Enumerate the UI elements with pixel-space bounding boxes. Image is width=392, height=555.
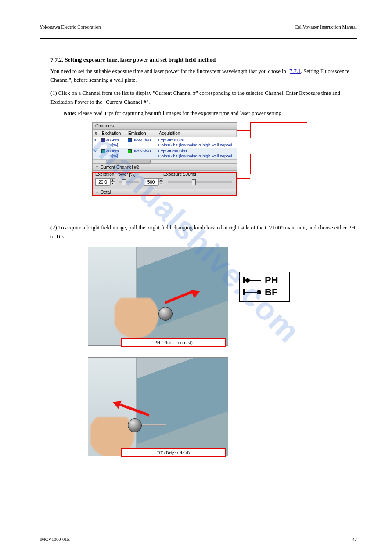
chevron-up-icon: ⌃ (95, 165, 99, 170)
header-left: Yokogawa Electric Corporation (40, 24, 101, 29)
photo-label-bf: BF (Bright field) (121, 448, 226, 457)
col-acquisition[interactable]: Acquisition (157, 130, 237, 137)
step-2-text: (2) To acquire a bright field image, pul… (50, 223, 357, 241)
channels-figure: Channels # Excitation Emission Acquisiti… (40, 122, 357, 214)
current-channel-bar[interactable]: ⌃Current Channel #2 (93, 163, 237, 171)
section-title: 7.7.2. Setting exposure time, laser powe… (50, 56, 357, 63)
footer-page: 47 (352, 537, 357, 542)
intro-paragraph: You need to set the suitable exposure ti… (50, 67, 357, 84)
photo-label-ph: PH (Phase contrast) (121, 338, 226, 347)
page-footer: IMCV1000-01E 47 (40, 535, 357, 542)
note-lead: Note: (64, 110, 76, 116)
note-line: Note: Please read Tips for capturing bea… (64, 109, 357, 118)
row-acquisition: Exp50ms Bin1Gain16-bit (low noise & high… (157, 137, 237, 148)
legend-bf: BF (265, 287, 277, 298)
row-emission: BP447/60 (126, 137, 157, 148)
header-right: CellVoyager Instruction Manual (295, 24, 357, 29)
intro-text-a: You need to set the suitable exposure ti… (50, 68, 290, 74)
row-acquisition: Exp500ms Bin1Gain16-bit (low noise & hig… (157, 148, 237, 159)
header-rule (40, 38, 357, 39)
table-row[interactable]: 2 488nm20[%] BP525/50 Exp500ms Bin1Gain1… (93, 148, 237, 159)
knob-in-icon (243, 277, 261, 283)
callout-2: Input the exposure time and laser power … (250, 154, 307, 174)
h-scrollbar[interactable] (93, 159, 237, 163)
row-excitation: 405nm20[%] (100, 137, 126, 148)
col-excitation[interactable]: Excitation (100, 130, 126, 137)
callout-line-1 (237, 130, 250, 131)
callout-1: Click on Ch that you want to change the … (250, 122, 307, 138)
row-num: 2 (93, 148, 100, 159)
row-excitation: 488nm20[%] (100, 148, 126, 159)
photo-ph: PH (Phase contrast) (88, 247, 228, 346)
legend-ph: PH (265, 275, 278, 286)
col-emission[interactable]: Emission (126, 130, 157, 137)
row-num: 1 (93, 137, 100, 148)
channel-table: # Excitation Emission Acquisition 1 405n… (93, 130, 237, 159)
panel-title: Channels (93, 123, 237, 130)
ph-bf-legend: PH BF (239, 272, 290, 302)
col-num[interactable]: # (93, 130, 100, 137)
note-body: Please read Tips for capturing beautiful… (76, 110, 283, 116)
arrow-icon (112, 398, 152, 416)
photo-bf: BF (Bright field) (88, 357, 228, 456)
table-row[interactable]: 1 405nm20[%] BP447/60 Exp50ms Bin1Gain16… (93, 137, 237, 148)
knob-out-icon (243, 289, 261, 295)
link-7-7-1[interactable]: 7.7.1 (290, 68, 301, 74)
callout-line-2 (237, 178, 250, 179)
step-1-text: (1) Click on a Channel from the list to … (50, 89, 357, 106)
highlight-controls (92, 172, 237, 196)
footer-doc: IMCV1000-01E (40, 537, 70, 542)
arrow-icon (165, 289, 205, 307)
row-emission: BP525/50 (126, 148, 157, 159)
